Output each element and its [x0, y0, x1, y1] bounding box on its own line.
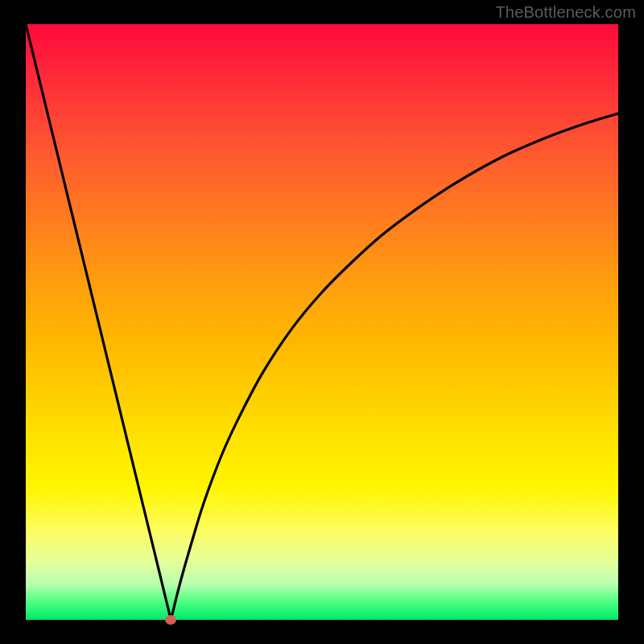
curve-svg: [26, 24, 618, 620]
curve-right-branch: [171, 114, 618, 620]
chart-stage: TheBottleneck.com: [0, 0, 644, 644]
curve-left-branch: [26, 24, 171, 620]
watermark-text: TheBottleneck.com: [495, 3, 636, 22]
plot-area: [26, 24, 618, 620]
minimum-point-marker: [165, 615, 176, 625]
